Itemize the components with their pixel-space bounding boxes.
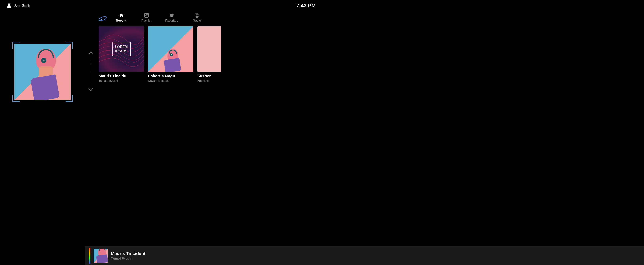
scroll-down-button[interactable] [88, 88, 94, 92]
svg-rect-7 [147, 13, 149, 15]
card-3-artist: Amelia B [197, 79, 221, 82]
tab-recent-label: Recent [116, 19, 126, 22]
scroll-up-button[interactable] [88, 51, 94, 56]
card-2-artist: Nayara Defuente [148, 79, 193, 82]
top-bar: John Smith 7:43 PM [0, 0, 322, 11]
svg-point-0 [8, 3, 10, 6]
svg-point-2 [98, 16, 107, 21]
right-panel: ♪ Recent [97, 11, 322, 132]
music-logo-icon: ♪ [98, 14, 107, 23]
mini-person: H [168, 49, 178, 72]
music-card-1[interactable]: LOREMIPSUM. Mauris Tincidu Tamaki Ryushi [99, 26, 144, 82]
main-content: H 0dp [0, 11, 322, 132]
app-logo: ♪ [97, 13, 108, 24]
home-icon [118, 13, 124, 18]
card-image-2: H [148, 26, 193, 72]
svg-point-6 [146, 15, 147, 16]
album-image: H [14, 44, 71, 100]
tab-radio[interactable]: Radio [189, 13, 205, 22]
username: John Smith [14, 4, 30, 7]
card-3-title: Suspen [197, 74, 221, 78]
tab-playlist-label: Playlist [142, 19, 152, 22]
purple-cloth [30, 74, 60, 100]
tab-radio-label: Radio [193, 19, 201, 22]
scroll-thumb[interactable] [90, 64, 91, 72]
card-2-title: Lobortis Magn [148, 74, 193, 78]
playlist-icon [144, 13, 149, 18]
tab-favorites[interactable]: Favorites [164, 13, 180, 22]
headphone-cup: H [41, 58, 46, 63]
scroll-controls [85, 11, 97, 132]
radio-icon [194, 13, 200, 18]
headphones-band: H [38, 49, 54, 58]
album-art-frame: H [14, 44, 71, 100]
app-header: ♪ Recent [97, 11, 322, 24]
music-card-3[interactable]: Suspen Amelia B [197, 26, 221, 82]
user-icon [6, 3, 12, 8]
nav-tabs: Recent Playlist F [113, 13, 205, 22]
left-panel: H 0dp [0, 11, 85, 132]
person-figure: H [28, 49, 64, 100]
heart-icon [169, 13, 174, 18]
mini-headphones: H [169, 50, 177, 54]
card-image-3-inner [197, 26, 221, 72]
mini-ear-cup: H [170, 53, 173, 56]
cards-row: LOREMIPSUM. Mauris Tincidu Tamaki Ryushi… [97, 26, 322, 82]
tab-playlist[interactable]: Playlist [138, 13, 154, 22]
svg-text:♪: ♪ [100, 16, 102, 20]
content-area: LOREMIPSUM. Mauris Tincidu Tamaki Ryushi… [97, 24, 322, 132]
svg-point-1 [7, 6, 11, 8]
tab-favorites-label: Favorites [165, 19, 178, 22]
svg-point-10 [196, 15, 197, 16]
mini-cloth [164, 58, 181, 72]
tab-recent[interactable]: Recent [113, 13, 129, 22]
music-card-2[interactable]: H Lobortis Magn Nayara Defuente [148, 26, 193, 82]
card-1-title: Mauris Tincidu [99, 74, 144, 78]
user-info: John Smith [6, 3, 30, 8]
time-display: 7:43 PM [296, 2, 316, 9]
card-image-1: LOREMIPSUM. [99, 26, 144, 72]
card-image-3 [197, 26, 221, 72]
card-1-artist: Tamaki Ryushi [99, 79, 144, 82]
scroll-track [90, 60, 91, 84]
